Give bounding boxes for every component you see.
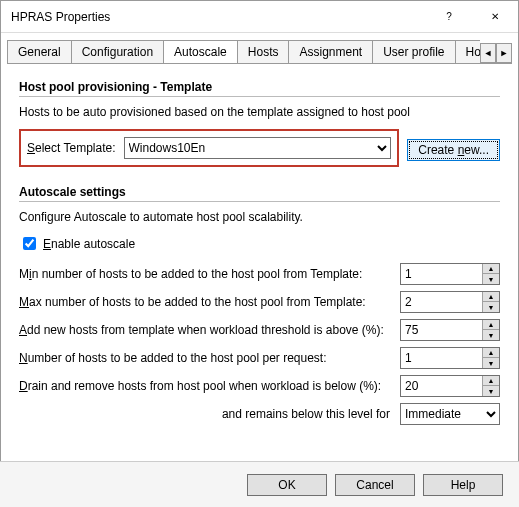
tab-hosts[interactable]: Hosts [237,40,290,63]
spin-down-icon[interactable]: ▼ [483,330,499,340]
min-hosts-spinner[interactable]: ▲▼ [400,263,500,285]
per-request-label: Number of hosts to be added to the host … [19,351,390,365]
help-icon[interactable]: ? [426,1,472,33]
spin-down-icon[interactable]: ▼ [483,302,499,312]
drain-threshold-label: Drain and remove hosts from host pool wh… [19,379,390,393]
dialog-footer: OK Cancel Help [0,461,519,507]
spin-up-icon[interactable]: ▲ [483,292,499,302]
max-hosts-spinner[interactable]: ▲▼ [400,291,500,313]
create-new-button[interactable]: Create new... [407,139,500,161]
drain-threshold-spinner[interactable]: ▲▼ [400,375,500,397]
add-threshold-label: Add new hosts from template when workloa… [19,323,390,337]
select-template-label: Select Template: [27,141,116,155]
autoscale-hint: Configure Autoscale to automate host poo… [19,210,500,224]
section-title-provisioning: Host pool provisioning - Template [19,80,500,97]
enable-autoscale-row: Enable autoscale [19,234,500,253]
close-icon[interactable]: ✕ [472,1,518,33]
max-hosts-input[interactable] [401,292,482,312]
per-request-input[interactable] [401,348,482,368]
template-highlight-box: Select Template: Windows10En [19,129,399,167]
min-hosts-input[interactable] [401,264,482,284]
add-threshold-spinner[interactable]: ▲▼ [400,319,500,341]
tab-panel-autoscale: Host pool provisioning - Template Hosts … [1,64,518,433]
min-hosts-label: Min number of hosts to be added to the h… [19,267,390,281]
tab-scroll-right[interactable]: ► [496,43,512,63]
ok-button[interactable]: OK [247,474,327,496]
title-bar: HPRAS Properties ? ✕ [1,1,518,33]
per-request-spinner[interactable]: ▲▼ [400,347,500,369]
remain-below-dropdown[interactable]: Immediate [400,403,500,425]
enable-autoscale-checkbox[interactable] [23,237,36,250]
spin-down-icon[interactable]: ▼ [483,274,499,284]
tab-autoscale[interactable]: Autoscale [163,40,238,63]
select-template-dropdown[interactable]: Windows10En [124,137,392,159]
cancel-button[interactable]: Cancel [335,474,415,496]
tab-general[interactable]: General [7,40,72,63]
spin-up-icon[interactable]: ▲ [483,264,499,274]
provisioning-hint: Hosts to be auto provisioned based on th… [19,105,500,119]
tab-assignment[interactable]: Assignment [288,40,373,63]
spin-down-icon[interactable]: ▼ [483,386,499,396]
tab-user-profile[interactable]: User profile [372,40,455,63]
autoscale-grid: Min number of hosts to be added to the h… [19,263,500,425]
spin-up-icon[interactable]: ▲ [483,376,499,386]
window-title: HPRAS Properties [11,10,426,24]
drain-threshold-input[interactable] [401,376,482,396]
add-threshold-input[interactable] [401,320,482,340]
enable-autoscale-label: Enable autoscale [43,237,135,251]
tab-scroll: ◄ ► [480,43,512,63]
spin-up-icon[interactable]: ▲ [483,348,499,358]
max-hosts-label: Max number of hosts to be added to the h… [19,295,390,309]
section-title-autoscale: Autoscale settings [19,185,500,202]
tab-host-pool-settings[interactable]: Host pool settings [455,40,480,63]
remain-below-label: and remains below this level for [19,407,390,421]
tab-scroll-left[interactable]: ◄ [480,43,496,63]
tab-configuration[interactable]: Configuration [71,40,164,63]
tab-bar: GeneralConfigurationAutoscaleHostsAssign… [7,39,512,64]
spin-up-icon[interactable]: ▲ [483,320,499,330]
spin-down-icon[interactable]: ▼ [483,358,499,368]
help-button[interactable]: Help [423,474,503,496]
